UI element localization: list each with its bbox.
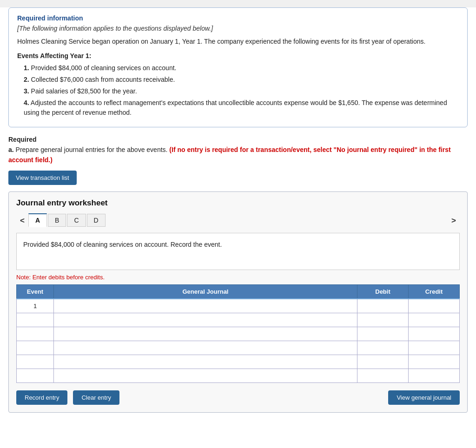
intro-text: Holmes Cleaning Service began operation …: [17, 37, 459, 46]
col-header-credit: Credit: [409, 285, 460, 299]
note-text: Note: Enter debits before credits.: [16, 274, 460, 281]
list-item: 4. Adjusted the accounts to reflect mana…: [22, 98, 459, 118]
journal-input[interactable]: [54, 355, 357, 369]
debit-cell[interactable]: [357, 369, 409, 382]
debit-cell[interactable]: [357, 313, 409, 327]
credit-cell[interactable]: [409, 327, 460, 341]
view-general-journal-button[interactable]: View general journal: [388, 390, 460, 405]
debit-input[interactable]: [357, 369, 408, 382]
event-cell: [17, 355, 54, 369]
journal-cell[interactable]: [54, 355, 357, 369]
worksheet-title: Journal entry worksheet: [16, 198, 460, 208]
applies-text: [The following information applies to th…: [17, 25, 459, 32]
list-item: 2. Collected $76,000 cash from accounts …: [22, 75, 459, 85]
debit-input[interactable]: [357, 313, 408, 327]
credit-cell[interactable]: [409, 341, 460, 355]
events-list: 1. Provided $84,000 of cleaning services…: [17, 63, 459, 118]
journal-table: Event General Journal Debit Credit 1: [16, 284, 460, 383]
col-header-event: Event: [17, 285, 54, 299]
bottom-buttons: Record entry Clear entry View general jo…: [16, 390, 460, 405]
credit-input[interactable]: [409, 341, 459, 355]
required-label: Required: [8, 136, 468, 143]
journal-cell[interactable]: [54, 313, 357, 327]
col-header-debit: Debit: [357, 285, 409, 299]
tab-c[interactable]: C: [67, 214, 86, 227]
table-row: 1: [17, 299, 460, 313]
tab-next-button[interactable]: >: [448, 215, 460, 226]
journal-input[interactable]: [54, 327, 357, 341]
journal-entry-worksheet: Journal entry worksheet < A B C D > Prov…: [8, 191, 468, 413]
event-cell: [17, 341, 54, 355]
required-section: Required a. Prepare general journal entr…: [8, 136, 468, 165]
credit-input[interactable]: [409, 327, 459, 341]
journal-cell[interactable]: [54, 369, 357, 382]
table-row: [17, 369, 460, 382]
events-title: Events Affecting Year 1:: [17, 52, 459, 59]
view-transaction-list-button[interactable]: View transaction list: [8, 171, 77, 185]
credit-cell[interactable]: [409, 313, 460, 327]
event-cell: 1: [17, 299, 54, 313]
journal-cell[interactable]: [54, 327, 357, 341]
clear-entry-button[interactable]: Clear entry: [73, 390, 119, 405]
event-cell: [17, 369, 54, 382]
tab-a[interactable]: A: [28, 213, 47, 227]
list-item: 1. Provided $84,000 of cleaning services…: [22, 63, 459, 73]
debit-input[interactable]: [357, 341, 408, 355]
table-row: [17, 327, 460, 341]
debit-cell[interactable]: [357, 341, 409, 355]
record-entry-button[interactable]: Record entry: [16, 390, 67, 405]
debit-cell[interactable]: [357, 355, 409, 369]
list-item: 3. Paid salaries of $28,500 for the year…: [22, 86, 459, 96]
tab-b[interactable]: B: [48, 214, 66, 227]
debit-input[interactable]: [357, 327, 408, 341]
credit-cell[interactable]: [409, 369, 460, 382]
journal-input[interactable]: [54, 369, 357, 382]
journal-input[interactable]: [54, 299, 357, 313]
journal-input[interactable]: [54, 313, 357, 327]
debit-cell[interactable]: [357, 327, 409, 341]
debit-input[interactable]: [357, 299, 408, 313]
event-cell: [17, 327, 54, 341]
tab-d[interactable]: D: [87, 214, 106, 227]
credit-input[interactable]: [409, 369, 459, 382]
credit-input[interactable]: [409, 313, 459, 327]
col-header-general-journal: General Journal: [54, 285, 357, 299]
table-row: [17, 355, 460, 369]
event-description: Provided $84,000 of cleaning services on…: [16, 233, 460, 270]
required-info-title: Required information: [17, 14, 459, 22]
credit-cell[interactable]: [409, 299, 460, 313]
table-row: [17, 313, 460, 327]
highlight-text: (If no entry is required for a transacti…: [8, 146, 451, 164]
table-row: [17, 341, 460, 355]
required-instruction: a. Prepare general journal entries for t…: [8, 145, 468, 165]
credit-input[interactable]: [409, 299, 459, 313]
journal-cell[interactable]: [54, 341, 357, 355]
credit-cell[interactable]: [409, 355, 460, 369]
journal-input[interactable]: [54, 341, 357, 355]
tab-prev-button[interactable]: <: [16, 215, 28, 226]
debit-cell[interactable]: [357, 299, 409, 313]
debit-input[interactable]: [357, 355, 408, 369]
event-cell: [17, 313, 54, 327]
credit-input[interactable]: [409, 355, 459, 369]
info-box: Required information [The following info…: [8, 7, 468, 127]
journal-cell[interactable]: [54, 299, 357, 313]
tabs-row: < A B C D >: [16, 213, 460, 227]
